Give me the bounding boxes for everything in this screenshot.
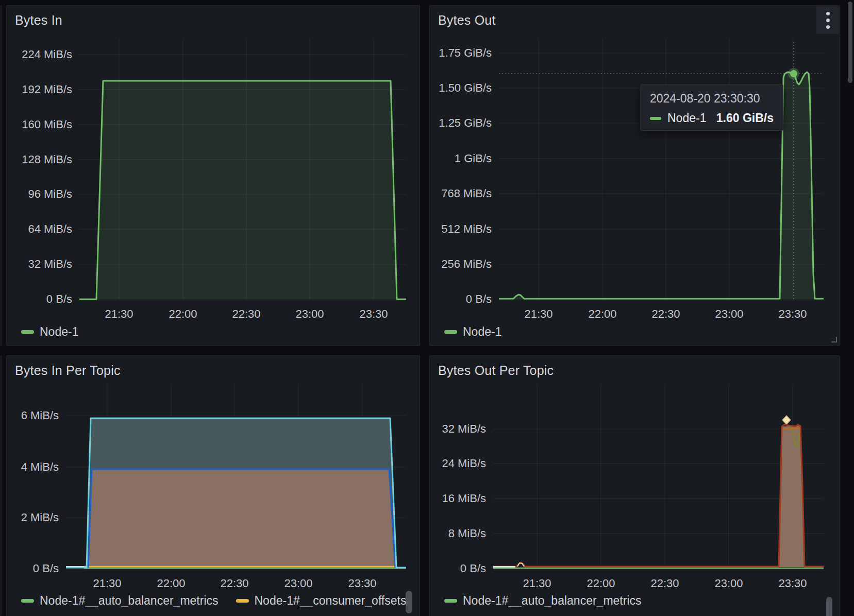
y-tick: 0 B/s: [460, 562, 486, 575]
y-axis-labels: 224 MiB/s 192 MiB/s 160 MiB/s 128 MiB/s …: [22, 48, 72, 305]
legend-label: Node-1#__consumer_offsets: [255, 594, 407, 608]
legend-item-auto-balancer-metrics[interactable]: Node-1#__auto_balancer_metrics: [444, 594, 642, 608]
series-spike: [493, 416, 824, 568]
series-areas: [87, 418, 396, 569]
x-tick: 21:30: [93, 577, 121, 590]
x-tick: 22:30: [650, 577, 679, 590]
x-axis-labels: 21:30 22:00 22:30 23:00 23:30: [93, 577, 376, 590]
legend-scrollbar-thumb[interactable]: [406, 591, 412, 613]
legend-label: Node-1: [463, 325, 501, 339]
legend-label: Node-1#__auto_balancer_metrics: [40, 594, 219, 608]
x-tick: 23:30: [778, 577, 807, 590]
legend: Node-1#__auto_balancer_metrics Node-1#__…: [21, 594, 406, 607]
x-tick: 21:30: [524, 307, 552, 320]
x-tick: 22:00: [588, 307, 616, 320]
x-tick: 23:30: [359, 307, 388, 320]
chart-bytes-in[interactable]: 224 MiB/s 192 MiB/s 160 MiB/s 128 MiB/s …: [7, 6, 420, 346]
y-tick: 0 B/s: [466, 293, 492, 305]
dashboard: { "tooltip": { "timestamp": "2024-08-20 …: [0, 0, 854, 616]
page-scrollbar-thumb[interactable]: [848, 2, 852, 83]
grid: [499, 39, 824, 299]
tooltip-series-value: 1.60 GiB/s: [716, 111, 774, 125]
y-tick: 192 MiB/s: [22, 83, 72, 96]
tooltip-timestamp: 2024-08-20 23:30:30: [650, 92, 774, 106]
legend: Node-1: [21, 325, 78, 338]
y-tick: 16 MiB/s: [442, 492, 486, 505]
series-color-marker: [444, 599, 457, 603]
tooltip-series-name: Node-1: [667, 111, 706, 125]
y-tick: 1.75 GiB/s: [439, 46, 492, 59]
series-color-marker: [650, 117, 661, 120]
y-tick: 1 GiB/s: [455, 152, 492, 165]
panel-resize-handle[interactable]: [831, 337, 837, 343]
x-axis-labels: 21:30 22:00 22:30 23:00 23:30: [523, 577, 807, 590]
y-tick: 64 MiB/s: [28, 223, 72, 235]
x-tick: 23:00: [284, 577, 312, 590]
y-tick: 96 MiB/s: [28, 187, 72, 200]
panel-bytes-out: Bytes Out 1.75 GiB/s 1.50 GiB/s 1.25 GiB…: [429, 5, 840, 346]
y-tick: 32 MiB/s: [28, 258, 72, 270]
x-tick: 22:30: [232, 307, 260, 320]
x-axis-labels: 21:30 22:00 22:30 23:00 23:30: [524, 307, 807, 320]
y-tick: 128 MiB/s: [22, 153, 72, 166]
y-tick: 768 MiB/s: [441, 187, 492, 200]
y-tick: 256 MiB/s: [441, 258, 492, 270]
x-tick: 22:00: [157, 577, 185, 590]
legend-item-node-1[interactable]: Node-1: [21, 325, 78, 339]
legend-scrollbar-thumb[interactable]: [826, 597, 832, 616]
y-tick: 1.50 GiB/s: [439, 81, 492, 94]
partial-panel-edge-top: [0, 5, 2, 346]
series-color-marker: [444, 330, 457, 334]
x-tick: 23:00: [714, 577, 743, 590]
chart-bytes-out-per-topic[interactable]: 32 MiB/s 24 MiB/s 16 MiB/s 8 MiB/s 0 B/s…: [430, 356, 840, 616]
x-tick: 22:30: [651, 307, 680, 320]
x-tick: 22:00: [587, 577, 615, 590]
y-tick: 224 MiB/s: [22, 48, 72, 61]
series-node-1: [79, 81, 406, 299]
y-tick: 0 B/s: [46, 293, 72, 305]
y-tick: 1.25 GiB/s: [439, 116, 492, 129]
series-cream-peak: [782, 416, 791, 424]
x-tick: 23:00: [715, 307, 743, 320]
x-tick: 21:30: [105, 307, 133, 320]
x-tick: 23:30: [778, 307, 807, 320]
x-tick: 22:00: [169, 307, 197, 320]
x-tick: 21:30: [523, 577, 551, 590]
y-tick: 160 MiB/s: [22, 118, 72, 131]
y-tick: 2 MiB/s: [21, 511, 59, 524]
y-tick: 512 MiB/s: [441, 223, 492, 235]
chart-bytes-out[interactable]: 1.75 GiB/s 1.50 GiB/s 1.25 GiB/s 1 GiB/s…: [430, 6, 840, 346]
grid: [493, 384, 824, 569]
hover-point-marker: [790, 70, 797, 77]
y-tick: 32 MiB/s: [442, 422, 486, 435]
legend-item-auto-balancer-metrics[interactable]: Node-1#__auto_balancer_metrics: [21, 594, 219, 608]
x-tick: 23:30: [348, 577, 376, 590]
panel-bytes-in-per-topic: Bytes In Per Topic 6 MiB/s 4 MiB/s 2 MiB…: [6, 355, 420, 616]
legend-label: Node-1: [40, 325, 78, 339]
y-tick: 4 MiB/s: [21, 460, 59, 473]
legend-item-node-1[interactable]: Node-1: [444, 325, 501, 339]
y-axis-labels: 32 MiB/s 24 MiB/s 16 MiB/s 8 MiB/s 0 B/s: [442, 422, 486, 575]
y-tick: 24 MiB/s: [442, 457, 486, 470]
y-axis-labels: 6 MiB/s 4 MiB/s 2 MiB/s 0 B/s: [21, 409, 59, 575]
series-color-marker: [21, 330, 34, 334]
crosshair: [499, 42, 824, 299]
chart-tooltip: 2024-08-20 23:30:30 Node-1 1.60 GiB/s: [640, 84, 783, 131]
series-color-marker: [21, 599, 34, 603]
y-tick: 8 MiB/s: [448, 527, 486, 540]
series-color-marker: [236, 599, 249, 603]
chart-bytes-in-per-topic[interactable]: 6 MiB/s 4 MiB/s 2 MiB/s 0 B/s 21:30 22:0…: [7, 356, 420, 616]
y-tick: 0 B/s: [33, 562, 59, 575]
partial-panel-edge-bottom: [0, 355, 2, 616]
tooltip-series-row: Node-1 1.60 GiB/s: [650, 111, 774, 125]
x-tick: 22:30: [220, 577, 248, 590]
series-dark-red: [493, 424, 824, 567]
y-axis-labels: 1.75 GiB/s 1.50 GiB/s 1.25 GiB/s 1 GiB/s…: [439, 46, 492, 305]
x-axis-labels: 21:30 22:00 22:30 23:00 23:30: [105, 307, 388, 320]
panel-bytes-in: Bytes In 224 MiB/s 192 MiB/s 160 MiB/s 1…: [6, 5, 420, 346]
x-tick: 23:00: [295, 307, 324, 320]
legend: Node-1: [444, 325, 501, 338]
legend-item-consumer-offsets[interactable]: Node-1#__consumer_offsets: [236, 594, 407, 608]
legend-label: Node-1#__auto_balancer_metrics: [463, 594, 642, 608]
y-tick: 6 MiB/s: [21, 409, 59, 422]
